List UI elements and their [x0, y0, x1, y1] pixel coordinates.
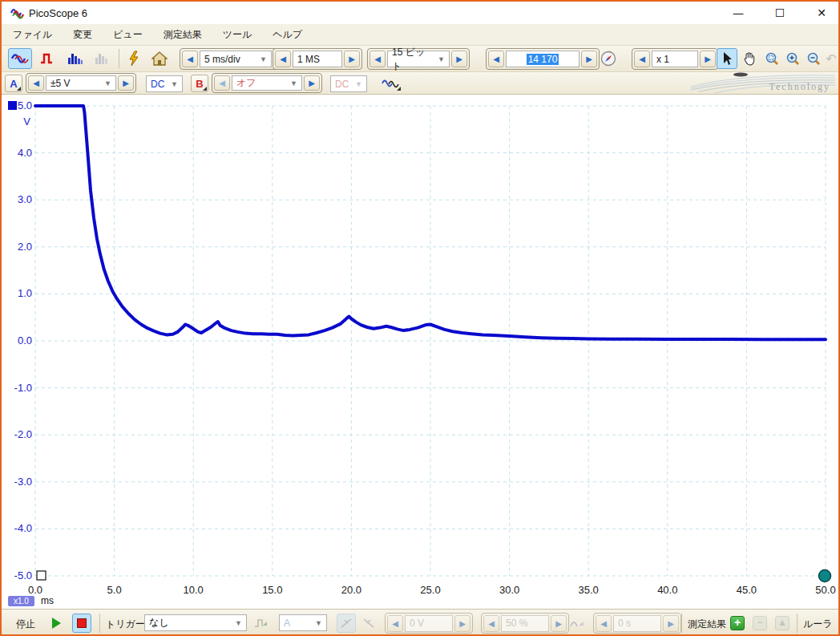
close-button[interactable]: ✕ — [811, 4, 832, 22]
max-samples-increase-button[interactable]: ▶ — [344, 51, 360, 67]
sample-count-input[interactable]: 14 170 — [506, 51, 580, 67]
zoom-decrease-button[interactable]: ◀ — [634, 51, 650, 67]
zoom-in-icon — [785, 51, 800, 66]
channel-b-options-button[interactable]: B — [191, 75, 208, 92]
marquee-zoom-tool-button[interactable] — [761, 48, 782, 69]
maximize-button[interactable]: ☐ — [769, 4, 790, 22]
lightning-icon — [127, 51, 140, 67]
normal-selection-tool-button[interactable] — [717, 48, 737, 69]
falling-edge-icon — [362, 618, 375, 629]
chevron-down-icon: ▼ — [99, 79, 111, 87]
zoom-out-tool-button[interactable] — [803, 48, 824, 69]
x-axis-zoom-badge[interactable]: x1.0 — [8, 596, 34, 606]
scope-mode-button[interactable] — [8, 48, 32, 69]
plus-icon: + — [730, 616, 745, 630]
hand-pan-tool-button[interactable] — [739, 48, 760, 69]
axis-drag-handle — [37, 571, 46, 580]
menu-edit[interactable]: 変更 — [73, 28, 92, 42]
pico-technology-watermark: Technology — [691, 72, 835, 95]
channel-a-range-up-button[interactable]: ▶ — [118, 75, 134, 91]
svg-text:30.0: 30.0 — [499, 584, 519, 596]
advanced-trigger-button — [252, 614, 271, 633]
cursor-arrow-icon — [721, 51, 733, 66]
menu-measurements[interactable]: 測定結果 — [164, 28, 202, 42]
channel-a-coupling-select[interactable]: DC▼ — [146, 75, 183, 92]
trigger-delay-down-button: ◀ — [596, 615, 612, 632]
trigger-delay-up-button: ▶ — [663, 615, 679, 632]
menu-bar: ファイル 変更 ビュー 測定結果 ツール ヘルプ — [2, 24, 838, 46]
zoom-increase-button[interactable]: ▶ — [700, 51, 716, 67]
svg-text:1.0: 1.0 — [18, 287, 32, 299]
resolution-select[interactable]: 15 ビット▼ — [387, 51, 450, 67]
channel-b-range-select[interactable]: オフ▼ — [232, 75, 302, 91]
capture-toolbar: ◀ 5 ms/div▼ ▶ ◀ 1 MS ▶ ◀ 15 ビット▼ ▶ ◀ 14 … — [2, 46, 838, 72]
menu-help[interactable]: ヘルプ — [273, 28, 302, 42]
home-settings-button[interactable] — [147, 48, 172, 69]
play-icon — [52, 618, 61, 629]
signal-generator-button[interactable] — [378, 74, 402, 92]
corner-expand-icon — [397, 87, 401, 91]
picoscope-logo-icon — [10, 5, 26, 21]
compass-icon — [600, 51, 616, 67]
scope-view: 5.04.03.02.01.00.0-1.0-2.0-3.0-4.0-5.0V0… — [2, 95, 840, 609]
resolution-increase-button[interactable]: ▶ — [451, 51, 467, 67]
svg-text:-4.0: -4.0 — [14, 522, 32, 534]
timebase-mode-button[interactable] — [598, 48, 619, 69]
svg-text:3.0: 3.0 — [18, 193, 32, 205]
channel-b-range-down-button[interactable]: ◀ — [214, 75, 230, 91]
picoscope-window: PicoScope 6 — ☐ ✕ ファイル 変更 ビュー 測定結果 ツール ヘ… — [0, 0, 840, 636]
minimize-button[interactable]: — — [728, 4, 749, 22]
zoom-factor-control: ◀ x 1 ▶ — [632, 48, 718, 70]
hand-icon — [742, 51, 757, 66]
chevron-down-icon: ▼ — [230, 619, 242, 627]
start-capture-button[interactable] — [46, 614, 66, 633]
max-samples-decrease-button[interactable]: ◀ — [275, 51, 291, 67]
resolution-decrease-button[interactable]: ◀ — [370, 51, 386, 67]
rulers-label[interactable]: ルーラー — [803, 618, 838, 636]
measurements-label: 測定結果 — [688, 618, 726, 631]
max-samples-control: ◀ 1 MS ▶ — [273, 48, 362, 70]
trigger-label: トリガー — [106, 618, 145, 631]
menu-file[interactable]: ファイル — [13, 28, 52, 42]
channel-b-range-up-button[interactable]: ▶ — [304, 75, 320, 91]
undo-arrow-icon: ↶ — [826, 51, 836, 67]
chevron-down-icon: ▼ — [310, 619, 322, 627]
menu-tools[interactable]: ツール — [223, 28, 252, 42]
trigger-level-up-button: ▶ — [454, 615, 470, 632]
alternate-spectrum-button — [91, 48, 115, 69]
add-measurement-button[interactable]: + — [728, 614, 747, 633]
channel-a-range-down-button[interactable]: ◀ — [28, 75, 44, 91]
end-of-buffer-marker — [819, 570, 831, 582]
persistence-mode-button[interactable] — [36, 48, 60, 69]
zoom-factor-field[interactable]: x 1 — [652, 51, 698, 67]
channel-toolbar: A ◀ ±5 V▼ ▶ DC▼ B ◀ オフ▼ ▶ DC▼ — [2, 72, 838, 95]
menu-view[interactable]: ビュー — [113, 28, 143, 42]
channel-a-range-select[interactable]: ±5 V▼ — [46, 75, 116, 91]
svg-text:45.0: 45.0 — [737, 584, 757, 596]
max-samples-field[interactable]: 1 MS — [293, 51, 342, 67]
zoom-in-tool-button[interactable] — [782, 48, 803, 69]
timebase-select[interactable]: 5 ms/div▼ — [200, 51, 272, 67]
chevron-down-icon: ▼ — [255, 55, 267, 63]
channel-a-options-button[interactable]: A — [5, 75, 22, 92]
svg-text:25.0: 25.0 — [420, 584, 440, 596]
sample-count-increase-button[interactable]: ▶ — [581, 51, 597, 67]
home-icon — [151, 51, 168, 66]
falling-edge-button — [359, 614, 378, 633]
corner-expand-icon — [17, 87, 21, 91]
auto-setup-button[interactable] — [122, 48, 146, 69]
trigger-mode-select[interactable]: なし▼ — [144, 614, 247, 631]
sample-count-decrease-button[interactable]: ◀ — [488, 51, 504, 67]
spectrum-mode-button[interactable] — [63, 48, 87, 69]
edit-icon: ▲ — [775, 616, 790, 630]
stop-capture-button[interactable] — [72, 614, 91, 633]
waveform-chart[interactable]: 5.04.03.02.01.00.0-1.0-2.0-3.0-4.0-5.0V0… — [2, 95, 840, 609]
scope-waveform-icon — [11, 51, 29, 66]
remove-measurement-button: − — [750, 614, 769, 633]
channel-a-range-control: ◀ ±5 V▼ ▶ — [26, 73, 136, 93]
svg-text:V: V — [23, 115, 30, 128]
minus-icon: − — [753, 616, 767, 630]
timebase-prev-button[interactable]: ◀ — [182, 51, 198, 67]
trigger-delay-field: 0 s — [613, 615, 661, 632]
x-axis-footer: x1.0 ms — [8, 595, 54, 606]
